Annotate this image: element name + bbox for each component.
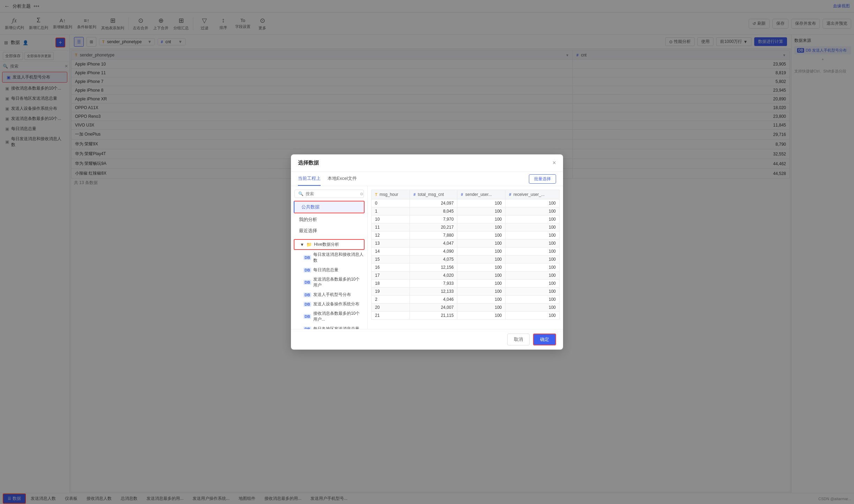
preview-row: 174,020100100	[372, 272, 560, 280]
modal-preview: T msg_hour # total_msg_cnt # sender_user…	[368, 186, 563, 329]
modal-tree: 🔍 ⊙ 公共数据 我的分析 最近选择 ▼ 📁 Hive数据分析	[291, 186, 368, 329]
db-badge-icon: DB	[304, 280, 311, 285]
preview-row: 1612,156100100	[372, 264, 560, 272]
modal-footer: 取消 确定	[291, 329, 563, 350]
tree-file-0[interactable]: DB 每日发送消息和接收消息人数	[291, 250, 367, 265]
tree-file-2[interactable]: DB 发送消息条数最多的10个用户	[291, 275, 367, 290]
db-badge-icon: DB	[304, 255, 311, 260]
tree-search-options-icon[interactable]: ⊙	[360, 192, 363, 196]
tree-file-4[interactable]: DB 发送人设备操作系统分布	[291, 299, 367, 309]
tree-nav-public[interactable]: 公共数据	[294, 201, 365, 213]
batch-select-btn[interactable]: 批量选择	[529, 174, 556, 184]
preview-row: 144,090100100	[372, 247, 560, 255]
modal-overlay[interactable]: 选择数据 × 当前工程上 本地Excel文件 批量选择 🔍 ⊙ 公共数据	[0, 0, 854, 504]
confirm-btn[interactable]: 确定	[533, 334, 556, 345]
modal-body: 🔍 ⊙ 公共数据 我的分析 最近选择 ▼ 📁 Hive数据分析	[291, 186, 563, 329]
preview-table: T msg_hour # total_msg_cnt # sender_user…	[371, 190, 560, 320]
modal-header: 选择数据 ×	[291, 154, 563, 172]
preview-col-0[interactable]: T msg_hour	[372, 190, 410, 199]
modal-tab-excel[interactable]: 本地Excel文件	[328, 172, 357, 186]
db-badge-icon: DB	[304, 292, 311, 297]
tree-nav-recent[interactable]: 最近选择	[291, 225, 367, 236]
db-badge-icon: DB	[304, 327, 311, 329]
preview-row: 24,046100100	[372, 296, 560, 304]
preview-col-3[interactable]: # receiver_user_...	[505, 190, 560, 199]
preview-row: 2024,007100100	[372, 304, 560, 312]
preview-col-1[interactable]: # total_msg_cnt	[410, 190, 457, 199]
preview-row: 154,075100100	[372, 255, 560, 264]
cancel-btn[interactable]: 取消	[507, 334, 530, 345]
preview-col-2[interactable]: # sender_user...	[457, 190, 505, 199]
db-badge-icon: DB	[304, 302, 311, 307]
tree-navigation: 公共数据 我的分析 最近选择	[291, 201, 367, 236]
preview-row: 18,045100100	[372, 207, 560, 215]
preview-row: 1912,133100100	[372, 288, 560, 296]
tree-folder-hive[interactable]: ▼ 📁 Hive数据分析	[294, 239, 365, 250]
modal-title: 选择数据	[298, 160, 319, 166]
preview-row: 024,097100100	[372, 199, 560, 207]
preview-row: 127,880100100	[372, 231, 560, 239]
tree-file-5[interactable]: DB 接收消息条数最多的10个用户...	[291, 309, 367, 324]
folder-expand-icon: ▼	[300, 242, 304, 247]
tree-search-bar: 🔍 ⊙	[294, 190, 364, 198]
tree-search-icon: 🔍	[298, 191, 304, 196]
tree-file-3[interactable]: DB 发送人手机型号分布	[291, 290, 367, 299]
preview-row: 107,970100100	[372, 215, 560, 223]
preview-row: 2121,115100100	[372, 312, 560, 320]
modal-tabs: 当前工程上 本地Excel文件 批量选择	[291, 172, 563, 186]
modal-tab-current[interactable]: 当前工程上	[298, 172, 321, 186]
tree-file-6[interactable]: DB 每日各地区发送消息总量	[291, 324, 367, 329]
preview-row: 134,047100100	[372, 239, 560, 247]
preview-row: 1120,217100100	[372, 223, 560, 231]
db-badge-icon: DB	[304, 314, 311, 319]
folder-icon: 📁	[306, 242, 312, 247]
tree-folder-area: ▼ 📁 Hive数据分析 DB 每日发送消息和接收消息人数 DB 每日消息总量	[291, 239, 367, 329]
db-badge-icon: DB	[304, 268, 311, 273]
preview-row: 187,933100100	[372, 280, 560, 288]
tree-file-1[interactable]: DB 每日消息总量	[291, 265, 367, 275]
select-data-modal: 选择数据 × 当前工程上 本地Excel文件 批量选择 🔍 ⊙ 公共数据	[291, 154, 563, 350]
tree-nav-my-analysis[interactable]: 我的分析	[291, 214, 367, 225]
modal-close-btn[interactable]: ×	[552, 159, 556, 167]
tree-search-input[interactable]	[306, 191, 358, 196]
